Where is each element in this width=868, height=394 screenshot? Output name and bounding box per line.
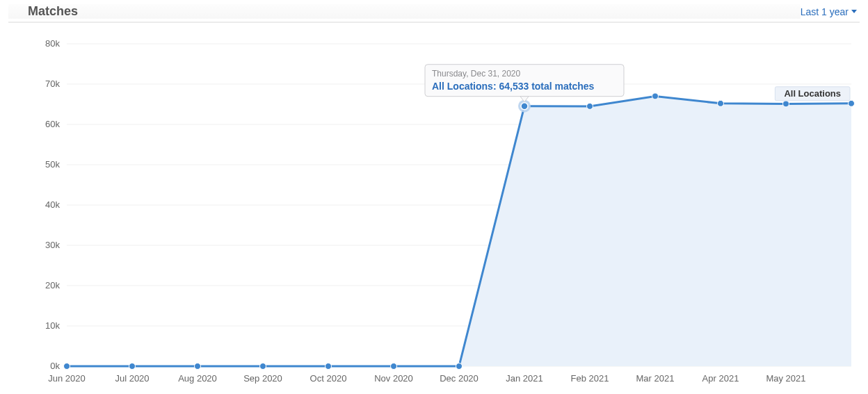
time-range-select[interactable]: Last 1 year [801,6,860,17]
time-range-label: Last 1 year [801,6,849,17]
svg-text:May 2021: May 2021 [766,373,805,384]
svg-text:Apr 2021: Apr 2021 [702,373,739,384]
svg-point-32 [195,363,201,370]
svg-text:Aug 2020: Aug 2020 [178,373,217,384]
svg-text:Feb 2021: Feb 2021 [571,373,609,384]
svg-text:0k: 0k [50,361,60,371]
svg-point-38 [587,103,593,109]
svg-text:Jun 2020: Jun 2020 [48,373,86,384]
svg-text:Jul 2020: Jul 2020 [115,373,149,384]
svg-text:Oct 2020: Oct 2020 [310,373,347,384]
svg-text:Jan 2021: Jan 2021 [506,373,543,384]
chart-svg: 0k10k20k30k40k50k60k70k80kJun 2020Jul 20… [8,28,860,390]
svg-point-35 [391,363,397,370]
svg-point-44 [521,103,528,110]
svg-text:20k: 20k [45,280,60,290]
header-divider [8,22,860,23]
svg-point-34 [326,363,332,370]
svg-text:10k: 10k [45,320,60,331]
svg-point-39 [652,93,659,99]
svg-text:All Locations: 64,533 total ma: All Locations: 64,533 total matches [432,81,595,92]
svg-point-33 [260,363,266,370]
svg-text:Thursday, Dec 31, 2020: Thursday, Dec 31, 2020 [432,69,521,79]
svg-point-30 [64,363,70,370]
panel-title: Matches [8,4,801,19]
svg-text:Dec 2020: Dec 2020 [440,373,479,384]
svg-point-41 [783,101,789,107]
svg-text:30k: 30k [45,240,60,250]
svg-text:80k: 80k [45,38,60,49]
svg-text:70k: 70k [45,79,60,89]
svg-text:All Locations: All Locations [784,88,841,99]
svg-text:40k: 40k [45,199,60,210]
svg-point-40 [718,100,724,106]
svg-point-31 [129,363,136,370]
svg-point-42 [849,100,855,106]
caret-down-icon [851,10,857,13]
svg-text:Sep 2020: Sep 2020 [243,373,282,384]
svg-text:60k: 60k [45,119,60,129]
svg-text:Mar 2021: Mar 2021 [636,373,675,384]
svg-text:50k: 50k [45,159,60,170]
svg-text:Nov 2020: Nov 2020 [374,373,413,384]
svg-point-36 [456,363,463,370]
matches-chart[interactable]: 0k10k20k30k40k50k60k70k80kJun 2020Jul 20… [8,28,860,390]
